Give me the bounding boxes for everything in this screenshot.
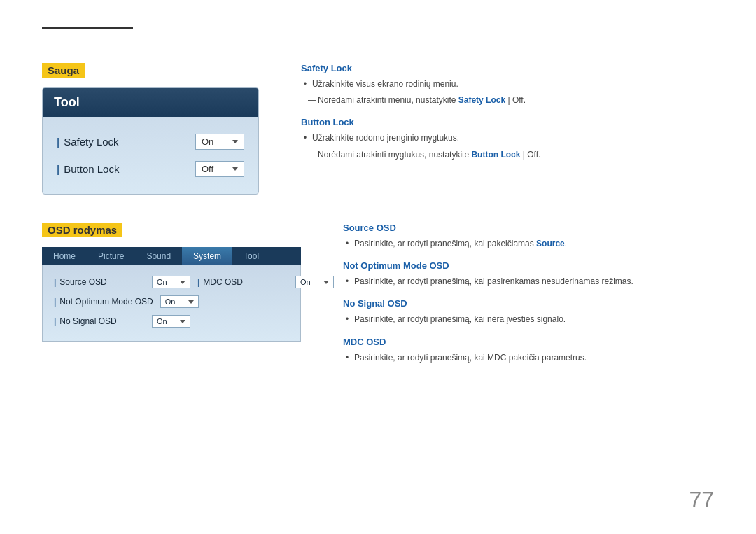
safety-lock-sub-bold: Safety Lock [458,95,505,105]
source-osd-arrow-icon [180,281,186,284]
page-container: Sauga Tool Safety Lock On Button Lock [0,0,756,534]
top-line [42,27,714,27]
button-lock-label: Button Lock [57,163,119,175]
source-osd-row: Source OSD On MDC OSD On [54,272,289,292]
no-signal-row: No Signal OSD On [54,311,289,331]
no-signal-value: On [157,317,167,325]
safety-lock-bullet: Užrakinkite visus ekrano rodinių meniu. [301,78,714,91]
not-optimum-row: Not Optimum Mode OSD On [54,292,289,311]
source-osd-value: On [157,278,167,286]
source-osd-select[interactable]: On [152,276,190,288]
osd-body: Source OSD On MDC OSD On Not Optimum Mod… [42,265,301,342]
not-optimum-desc-title: Not Optimum Mode OSD [343,260,714,271]
mdc-osd-value: On [300,278,311,286]
safety-lock-row: Safety Lock On [57,128,244,155]
no-signal-desc-title: No Signal OSD [343,298,714,309]
button-lock-select[interactable]: Off [195,161,244,177]
safety-lock-select[interactable]: On [195,134,244,150]
safety-lock-sub-end: | Off. [505,95,526,105]
not-optimum-select[interactable]: On [160,295,199,308]
not-optimum-value: On [165,297,176,306]
mdc-osd-desc-title: MDC OSD [343,337,714,347]
not-optimum-arrow-icon [188,300,194,304]
safety-lock-title: Safety Lock [301,63,714,73]
safety-lock-arrow-icon [232,140,238,143]
nav-tab-picture[interactable]: Picture [87,247,135,265]
tool-body: Safety Lock On Button Lock Off [43,117,258,194]
mdc-osd-label: MDC OSD [197,277,288,287]
sauga-title: Sauga [42,63,85,78]
button-lock-row: Button Lock Off [57,155,244,183]
osd-description: Source OSD Pasirinkite, ar rodyti praneš… [343,223,714,367]
no-signal-arrow-icon [180,320,186,323]
tool-panel: Sauga Tool Safety Lock On Button Lock [42,63,259,195]
not-optimum-label: Not Optimum Mode OSD [54,297,153,307]
mdc-osd-desc-bullet: Pasirinkite, ar rodyti pranešimą, kai MD… [343,351,714,365]
not-optimum-desc-bullet: Pasirinkite, ar rodyti pranešimą, kai pa… [343,275,714,288]
button-lock-sub: Norėdami atrakinti mygtukus, nustatykite… [301,148,714,162]
no-signal-desc-bullet: Pasirinkite, ar rodyti pranešimą, kai nė… [343,313,714,326]
osd-panel: OSD rodymas Home Picture Sound System To… [42,223,301,367]
button-lock-arrow-icon [232,167,238,171]
safety-lock-sub-text: Norėdami atrakinti meniu, nustatykite [318,95,458,105]
button-lock-sub-text: Norėdami atrakinti mygtukus, nustatykite [318,150,471,160]
button-lock-bullet: Užrakinkite rodomo įrenginio mygtukus. [301,132,714,145]
safety-lock-sub: Norėdami atrakinti meniu, nustatykite Sa… [301,94,714,107]
osd-nav: Home Picture Sound System Tool [42,247,301,265]
source-osd-desc-bullet: Pasirinkite, ar rodyti pranešimą, kai pa… [343,237,714,251]
source-osd-desc-title: Source OSD [343,223,714,233]
nav-tab-sound[interactable]: Sound [135,247,182,265]
page-number: 77 [689,487,714,513]
button-lock-sub-end: | Off. [520,150,540,160]
osd-section: OSD rodymas Home Picture Sound System To… [42,223,714,367]
sauga-section: Sauga Tool Safety Lock On Button Lock [42,63,714,195]
mdc-osd-select[interactable]: On [295,276,334,288]
nav-tab-tool[interactable]: Tool [232,247,270,265]
button-lock-value: Off [202,164,214,174]
mdc-osd-arrow-icon [323,281,329,284]
tool-header: Tool [43,88,258,117]
nav-tab-home[interactable]: Home [42,247,87,265]
source-osd-label: Source OSD [54,277,145,287]
tool-box: Tool Safety Lock On Button Lock Off [42,87,259,195]
sauga-description: Safety Lock Užrakinkite visus ekrano rod… [301,63,714,195]
safety-lock-label: Safety Lock [57,136,119,148]
safety-lock-value: On [202,136,214,147]
button-lock-title: Button Lock [301,117,714,127]
button-lock-sub-bold: Button Lock [471,150,520,160]
osd-title: OSD rodymas [42,223,122,237]
no-signal-label: No Signal OSD [54,316,145,326]
no-signal-select[interactable]: On [152,315,190,328]
nav-tab-system[interactable]: System [182,247,232,265]
